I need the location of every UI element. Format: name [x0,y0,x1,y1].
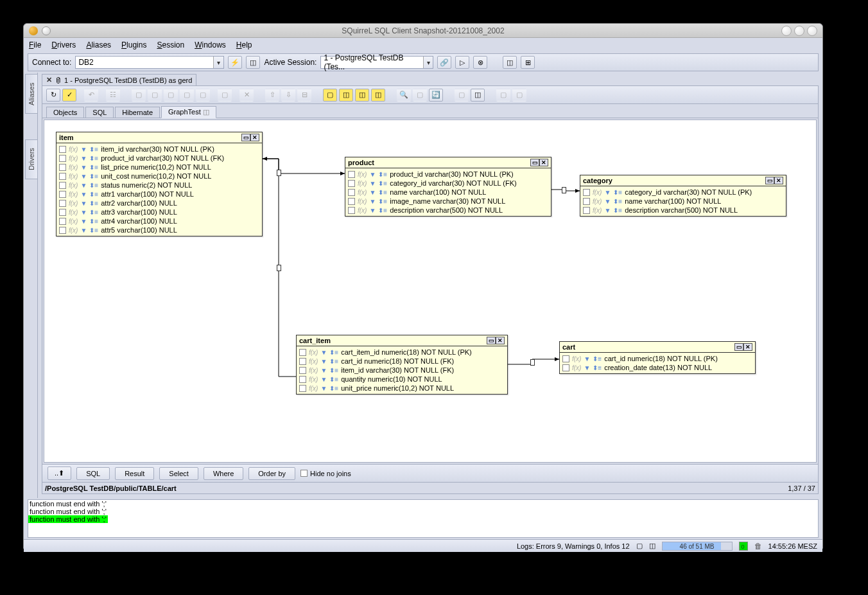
fx-icon[interactable]: f(x) [593,198,602,205]
dropdown-icon[interactable] [213,57,223,68]
tb-w2[interactable]: ◫ [471,89,485,102]
table-cart[interactable]: cart▭✕f(x)▼⬍≡cart_id numeric(18) NOT NUL… [559,341,756,374]
menu-session[interactable]: Session [157,40,184,49]
table-title[interactable]: category▭✕ [580,175,786,186]
filter-icon[interactable]: ▼ [604,189,611,196]
table-item[interactable]: item▭✕f(x)▼⬍≡item_id varchar(30) NOT NUL… [56,132,263,236]
tab-objects[interactable]: Objects [46,107,84,118]
tab-hibernate[interactable]: Hibernate [115,107,160,118]
link-button[interactable]: 🔗 [437,56,451,69]
sort-icon[interactable]: ⬍≡ [329,349,338,356]
close-icon[interactable]: ✕ [743,343,752,351]
result-button[interactable]: Result [115,467,154,480]
tb-z1[interactable]: ▢ [413,89,427,102]
filter-icon[interactable]: ▼ [80,191,87,198]
sort-icon[interactable]: ⬍≡ [89,209,98,216]
fx-icon[interactable]: f(x) [69,218,78,225]
column-row[interactable]: f(x)▼⬍≡cart_item_id numeric(18) NOT NULL… [299,348,505,357]
table-title[interactable]: item▭✕ [56,132,262,143]
refresh-button[interactable]: ↻ [46,89,60,102]
table-product[interactable]: product▭✕f(x)▼⬍≡product_id varchar(30) N… [345,157,551,217]
where-button[interactable]: Where [204,467,243,480]
filter-icon[interactable]: ▼ [369,189,376,196]
table-category[interactable]: category▭✕f(x)▼⬍≡category_id varchar(30)… [580,175,786,217]
restore-icon[interactable]: ▭ [241,134,250,141]
column-row[interactable]: f(x)▼⬍≡unit_price numeric(10,2) NOT NULL [299,384,505,393]
maximize-button[interactable] [794,26,804,36]
filter-icon[interactable]: ▼ [320,367,327,374]
column-row[interactable]: f(x)▼⬍≡attr2 varchar(100) NULL [59,199,259,208]
connection-handle[interactable] [277,265,281,271]
titlebar[interactable]: SQuirreL SQL Client Snapshot-20121008_20… [24,24,822,38]
column-checkbox[interactable] [348,180,355,187]
column-checkbox[interactable] [59,200,66,207]
column-row[interactable]: f(x)▼⬍≡category_id varchar(30) NOT NULL … [348,179,548,188]
graph-canvas[interactable]: item▭✕f(x)▼⬍≡item_id varchar(30) NOT NUL… [44,120,817,463]
close-tab-icon[interactable]: ✕ [46,76,52,84]
tb-z2[interactable]: 🔄 [429,89,443,102]
column-row[interactable]: f(x)▼⬍≡attr3 varchar(100) NULL [59,208,259,217]
fx-icon[interactable]: f(x) [358,189,367,196]
filter-icon[interactable]: ▼ [369,198,376,205]
connect-button[interactable]: ⚡ [228,56,242,69]
fx-icon[interactable]: f(x) [69,155,78,162]
connection-handle[interactable] [562,187,566,193]
tile-button[interactable]: ⊞ [521,56,535,69]
tb-v2[interactable]: ▢ [512,89,526,102]
tb-2[interactable]: ▢ [148,89,162,102]
fx-icon[interactable]: f(x) [358,207,367,214]
filter-icon[interactable]: ▼ [80,155,87,162]
close-icon[interactable]: ✕ [774,177,783,184]
commit-button[interactable]: ✓ [62,89,76,102]
sort-icon[interactable]: ⬍≡ [89,200,98,207]
column-checkbox[interactable] [348,207,355,214]
column-checkbox[interactable] [583,198,590,205]
tab-sql[interactable]: SQL [85,107,114,118]
tb-5[interactable]: ▢ [196,89,210,102]
connect-combo[interactable]: DB2 [75,56,224,69]
sort-icon[interactable]: ⬍≡ [593,355,602,362]
column-row[interactable]: f(x)▼⬍≡item_id varchar(30) NOT NULL (PK) [59,145,259,154]
fx-icon[interactable]: f(x) [358,180,367,187]
menu-aliases[interactable]: Aliases [86,40,111,49]
down-button[interactable]: ⇩ [281,89,295,102]
sort-icon[interactable]: ⬍≡ [613,207,622,214]
close-button[interactable] [807,26,817,36]
column-checkbox[interactable] [299,376,306,383]
column-checkbox[interactable] [59,209,66,216]
column-row[interactable]: f(x)▼⬍≡description varchar(500) NOT NULL [583,206,783,215]
column-checkbox[interactable] [59,227,66,234]
close-icon[interactable]: ✕ [496,337,505,344]
fx-icon[interactable]: f(x) [572,355,581,362]
filter-icon[interactable]: ▼ [604,207,611,214]
filter-icon[interactable]: ▼ [320,349,327,356]
column-row[interactable]: f(x)▼⬍≡name varchar(100) NOT NULL [348,188,548,197]
sql-button[interactable]: ☷ [106,89,120,102]
tb-w1[interactable]: ▢ [455,89,469,102]
column-checkbox[interactable] [59,182,66,189]
column-row[interactable]: f(x)▼⬍≡list_price numeric(10,2) NOT NULL [59,163,259,172]
menu-help[interactable]: Help [236,40,252,49]
trash-icon[interactable]: 🗑 [754,542,762,551]
column-checkbox[interactable] [59,173,66,180]
connection-handle[interactable] [530,359,535,366]
stop-button[interactable]: ⊗ [473,56,487,69]
sort-icon[interactable]: ⬍≡ [378,171,387,178]
fx-icon[interactable]: f(x) [309,385,318,392]
sort-icon[interactable]: ⬍≡ [89,173,98,180]
sort-icon[interactable]: ⬍≡ [329,367,338,374]
status-icon[interactable]: ▢ [636,542,643,550]
column-checkbox[interactable] [583,189,590,196]
status-green[interactable]: 0 [739,542,748,551]
sort-icon[interactable]: ⬍≡ [89,227,98,234]
column-row[interactable]: f(x)▼⬍≡cart_id numeric(18) NOT NULL (PK) [562,354,752,363]
filter-icon[interactable]: ▼ [320,385,327,392]
filter-icon[interactable]: ▼ [80,164,87,171]
filter-icon[interactable]: ▼ [80,209,87,216]
column-row[interactable]: f(x)▼⬍≡product_id varchar(30) NOT NULL (… [59,154,259,163]
filter-icon[interactable]: ▼ [604,198,611,205]
sql-button[interactable]: SQL [76,467,110,480]
up-button[interactable]: ⇧ [265,89,279,102]
filter-icon[interactable]: ▼ [80,227,87,234]
table-title[interactable]: cart▭✕ [560,342,755,353]
